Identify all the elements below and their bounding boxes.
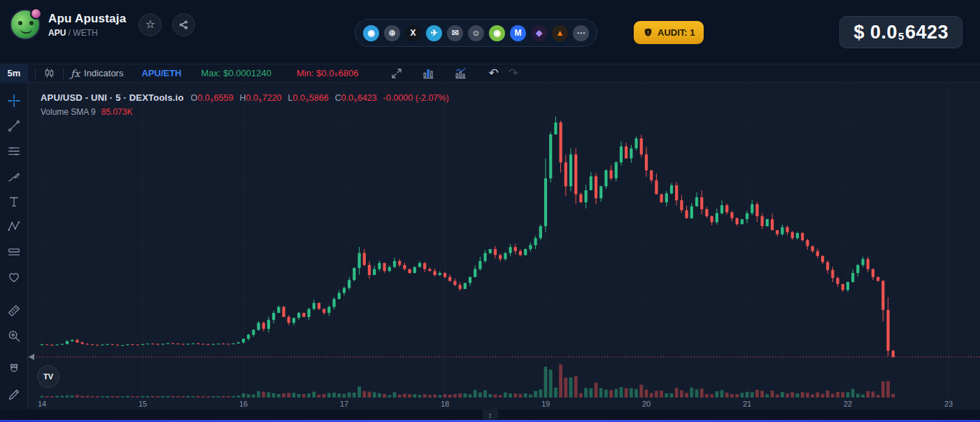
svg-text:23: 23 [944, 400, 953, 408]
svg-text:16: 16 [239, 400, 248, 408]
svg-text:19: 19 [541, 400, 550, 408]
candlestick-chart[interactable]: 14151617181920212223 [28, 83, 980, 409]
timeframe-button[interactable]: 5m [0, 64, 28, 83]
chart-title[interactable]: APU/USD - UNI · 5 · DEXTools.io [41, 92, 184, 103]
line-chart-icon [454, 66, 467, 80]
token-pair: APU / WETH [48, 28, 126, 38]
ohlc-open-value: 0.056559 [197, 93, 233, 103]
svg-text:15: 15 [139, 400, 147, 408]
token-price: $ 0.056423 [839, 16, 963, 48]
share-button[interactable] [172, 13, 195, 36]
x-icon[interactable]: X [405, 25, 421, 41]
ohlc-high-value: 0.057220 [246, 93, 281, 103]
shield-warning-icon: ! [643, 27, 653, 38]
community-icon[interactable]: ◉ [363, 25, 379, 41]
crosshair-tool-icon [6, 93, 22, 108]
volume-indicator-label[interactable]: Volume SMA 9 [41, 107, 96, 117]
divider [35, 68, 36, 79]
volume-indicator-value: 85.073K [101, 107, 133, 117]
token-logo-badge-icon [30, 8, 42, 20]
depth-chart-button[interactable] [454, 66, 467, 80]
volume-chart-button[interactable] [422, 66, 435, 80]
opensea-icon[interactable]: ◆ [531, 25, 547, 41]
redo-button[interactable]: ↷ [509, 66, 518, 80]
xabcd-pattern-tool[interactable] [3, 217, 24, 237]
price-prefix: $ 0.0 [853, 22, 897, 43]
tradingview-logo-text: TV [43, 372, 53, 381]
token-name: Apu Apustaja [48, 12, 126, 26]
tradingview-logo[interactable]: TV [37, 365, 59, 388]
xabcd-pattern-tool-icon [6, 219, 22, 234]
reddit-icon[interactable]: ☺ [468, 25, 484, 41]
emoji-tool[interactable] [3, 267, 24, 287]
ohlc-close-value: 0.056423 [341, 93, 377, 103]
trend-line-tool[interactable] [3, 116, 24, 136]
divider [63, 68, 64, 79]
chart-area: 14151617181920212223 APU/USD - UNI · 5 ·… [28, 83, 980, 409]
chart-type-button[interactable] [43, 66, 56, 80]
max-price-label: Max: $0.0001240 [201, 68, 271, 78]
drawing-toolbar [0, 83, 28, 409]
website-icon[interactable]: ⊕ [384, 25, 400, 41]
share-icon [178, 20, 189, 30]
coinmarketcap-icon[interactable]: M [510, 25, 526, 41]
min-digits: 6806 [339, 68, 359, 78]
zoom-in-tool[interactable] [3, 325, 24, 346]
measure-tool-icon [6, 303, 22, 318]
token-text: Apu Apustaja APU / WETH [48, 12, 126, 38]
min-price-label: Min: $0.056806 [297, 68, 358, 78]
long-position-tool[interactable] [3, 242, 24, 262]
app-header: Apu Apustaja APU / WETH ☆ ◉⊕X✈✉☺◉M◆▲⋯ ! … [0, 0, 980, 64]
bottom-scroll-area: ↕ [0, 409, 980, 422]
fullscreen-button[interactable] [390, 67, 403, 80]
token-logo [10, 9, 41, 40]
zoom-in-tool-icon [6, 328, 22, 344]
parallel-channel-tool[interactable] [3, 141, 24, 162]
text-tool[interactable] [3, 192, 24, 212]
magnet-tool-icon [6, 362, 22, 377]
bar-chart-icon [422, 66, 435, 80]
trend-line-tool-icon [6, 118, 22, 134]
parallel-channel-tool-icon [6, 143, 22, 159]
crosshair-tool[interactable] [3, 91, 24, 111]
telegram-icon[interactable]: ✈ [426, 25, 442, 41]
coingecko-icon[interactable]: ◉ [489, 25, 505, 41]
brush-tool[interactable] [3, 167, 24, 187]
price-sub: 5 [897, 30, 905, 42]
pair-quote: / WETH [69, 28, 98, 38]
svg-text:17: 17 [340, 400, 348, 408]
chart-legend: APU/USD - UNI · 5 · DEXTools.io O0.05655… [41, 92, 449, 117]
logo-eye [18, 21, 22, 25]
pane-resize-handle[interactable]: ↕ [483, 409, 498, 420]
candles-icon [43, 66, 56, 80]
pair-link[interactable]: APU/ETH [141, 68, 181, 78]
ohlc-close-letter: C [335, 93, 341, 103]
more-links-icon[interactable]: ⋯ [573, 25, 589, 41]
svg-text:21: 21 [743, 400, 751, 408]
audit-label: AUDIT: 1 [658, 27, 695, 38]
draw-tool[interactable] [3, 384, 24, 405]
chart-toolbar: 5m ƒx Indicators APU/ETH Max: $0.0001240… [0, 64, 980, 83]
measure-tool[interactable] [3, 300, 24, 321]
undo-button[interactable]: ↶ [488, 66, 498, 80]
emoji-tool-icon [6, 269, 22, 285]
token-actions: ☆ [139, 13, 195, 36]
magnet-tool[interactable] [3, 359, 24, 379]
svg-text:22: 22 [844, 400, 852, 408]
text-tool-icon [6, 194, 22, 209]
indicators-button[interactable]: ƒx Indicators [71, 68, 123, 79]
svg-text:18: 18 [441, 400, 449, 408]
resize-arrows-icon: ↕ [488, 411, 492, 419]
token-block: Apu Apustaja APU / WETH ☆ [10, 9, 195, 40]
fullscreen-icon [390, 67, 403, 80]
svg-text:20: 20 [642, 400, 651, 408]
metamask-icon[interactable]: ▲ [552, 25, 568, 41]
favorite-button[interactable]: ☆ [139, 13, 162, 36]
ohlc-open-letter: O [191, 93, 198, 103]
email-icon[interactable]: ✉ [447, 25, 463, 41]
svg-text:!: ! [647, 30, 648, 35]
ohlc-values: O0.056559 H0.057220 L0.055866 C0.056423 … [191, 93, 449, 103]
logo-eye [29, 21, 34, 25]
logo-mouth [20, 29, 32, 34]
audit-badge[interactable]: ! AUDIT: 1 [634, 21, 704, 44]
